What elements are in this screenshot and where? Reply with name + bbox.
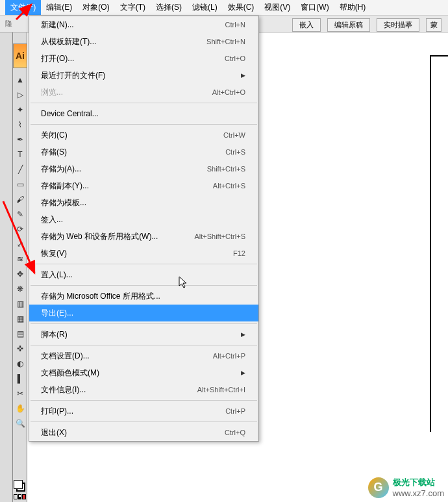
watermark-url: www.xz7.com bbox=[393, 488, 444, 498]
menu-3[interactable]: 文字(T) bbox=[115, 0, 151, 15]
menu-6[interactable]: 效果(C) bbox=[223, 0, 260, 15]
menu-item-13[interactable]: 签入... bbox=[29, 211, 258, 228]
menu-item-28[interactable]: 打印(P)...Ctrl+P bbox=[29, 403, 258, 420]
mini-swatch-3[interactable] bbox=[22, 494, 26, 499]
scale-tool-icon[interactable]: ⤢ bbox=[14, 237, 27, 251]
mask-button[interactable]: 蒙 bbox=[426, 18, 442, 32]
app-logo: Ai bbox=[13, 44, 27, 68]
fill-swatch[interactable] bbox=[14, 480, 23, 489]
menu-item-15[interactable]: 恢复(V)F12 bbox=[29, 245, 258, 262]
scissors-tool-icon[interactable]: ✂ bbox=[14, 386, 27, 401]
pen-tool-icon[interactable]: ✒ bbox=[14, 132, 27, 147]
file-menu-dropdown: 新建(N)...Ctrl+N从模板新建(T)...Shift+Ctrl+N打开(… bbox=[29, 16, 259, 442]
menu-separator bbox=[31, 285, 257, 286]
direct-select-tool-icon[interactable]: ▷ bbox=[14, 88, 27, 102]
mouse-cursor-icon bbox=[179, 276, 189, 289]
type-tool-icon[interactable]: T bbox=[14, 147, 27, 162]
embed-button[interactable]: 嵌入 bbox=[292, 18, 321, 32]
menu-item-shortcut: Ctrl+O bbox=[225, 53, 245, 64]
pencil-tool-icon[interactable]: ✎ bbox=[14, 207, 27, 221]
menu-item-label: Device Central... bbox=[41, 108, 99, 119]
menu-separator bbox=[31, 264, 257, 264]
slice-tool-icon[interactable]: ▌ bbox=[14, 371, 27, 386]
menubar: 文件(F)编辑(E)对象(O)文字(T)选择(S)滤镜(L)效果(C)视图(V)… bbox=[0, 0, 448, 16]
menu-item-shortcut: F12 bbox=[233, 247, 245, 259]
mini-swatch-2[interactable] bbox=[18, 494, 22, 499]
menu-item-9[interactable]: 存储(S)Ctrl+S bbox=[29, 144, 258, 160]
line-tool-icon[interactable]: ╱ bbox=[14, 162, 27, 177]
left-label: 隆 bbox=[0, 19, 12, 29]
menu-2[interactable]: 对象(O) bbox=[77, 0, 114, 15]
menu-item-label: 存储为(A)... bbox=[41, 163, 81, 175]
free-tool-icon[interactable]: ✥ bbox=[14, 267, 27, 281]
menu-item-20[interactable]: 导出(E)... bbox=[29, 305, 258, 321]
menu-item-11[interactable]: 存储副本(Y)...Alt+Ctrl+S bbox=[29, 177, 258, 194]
menu-item-30[interactable]: 退出(X)Ctrl+Q bbox=[29, 424, 258, 441]
menu-item-12[interactable]: 存储为模板... bbox=[29, 194, 258, 211]
color-swatches[interactable] bbox=[13, 477, 27, 502]
menu-item-label: 存储副本(Y)... bbox=[41, 180, 89, 192]
wand-tool-icon[interactable]: ✦ bbox=[14, 103, 27, 117]
chevron-right-icon: ▶ bbox=[241, 69, 245, 81]
menu-item-label: 退出(X) bbox=[41, 427, 67, 438]
menu-4[interactable]: 选择(S) bbox=[151, 0, 187, 15]
artboard-edge bbox=[430, 55, 448, 432]
zoom-tool-icon[interactable]: 🔍 bbox=[14, 416, 27, 431]
menu-item-6[interactable]: Device Central... bbox=[29, 105, 258, 122]
eyedrop-tool-icon[interactable]: ✜ bbox=[14, 342, 27, 356]
menu-item-shortcut: Ctrl+Q bbox=[225, 427, 245, 438]
gradient-tool-icon[interactable]: ▤ bbox=[14, 327, 27, 341]
menu-0[interactable]: 文件(F) bbox=[5, 0, 41, 15]
live-trace-button[interactable]: 实时描摹 bbox=[377, 18, 419, 32]
mesh-tool-icon[interactable]: ▦ bbox=[14, 312, 27, 326]
graph-tool-icon[interactable]: ▥ bbox=[14, 297, 27, 311]
tools-panel: Ai ▲▷✦⌇✒T╱▭🖌✎⟳⤢≋✥❋▥▦▤✜◐▌✂✋🔍 bbox=[13, 32, 27, 502]
menu-item-25[interactable]: 文档颜色模式(M)▶ bbox=[29, 364, 258, 381]
menu-item-24[interactable]: 文档设置(D)...Alt+Ctrl+P bbox=[29, 347, 258, 364]
left-strip bbox=[0, 32, 13, 502]
menu-item-26[interactable]: 文件信息(I)...Alt+Shift+Ctrl+I bbox=[29, 381, 258, 398]
menu-item-shortcut: Ctrl+S bbox=[225, 146, 245, 158]
menu-item-label: 恢复(V) bbox=[41, 247, 67, 259]
menu-separator bbox=[31, 400, 257, 401]
menu-5[interactable]: 滤镜(L) bbox=[187, 0, 223, 15]
menu-item-label: 存储(S) bbox=[41, 146, 67, 158]
menu-item-shortcut: Ctrl+N bbox=[225, 19, 245, 31]
menu-separator bbox=[31, 103, 257, 103]
brush-tool-icon[interactable]: 🖌 bbox=[14, 192, 27, 207]
menu-item-19[interactable]: 存储为 Microsoft Office 所用格式... bbox=[29, 288, 258, 305]
menu-item-14[interactable]: 存储为 Web 和设备所用格式(W)...Alt+Shift+Ctrl+S bbox=[29, 228, 258, 245]
menu-item-shortcut: Shift+Ctrl+N bbox=[206, 36, 245, 47]
rect-tool-icon[interactable]: ▭ bbox=[14, 177, 27, 192]
blend-tool-icon[interactable]: ◐ bbox=[14, 357, 27, 371]
selection-tool-icon[interactable]: ▲ bbox=[14, 73, 27, 87]
mini-swatch-1[interactable] bbox=[14, 494, 18, 499]
menu-item-3[interactable]: 最近打开的文件(F)▶ bbox=[29, 67, 258, 84]
menu-8[interactable]: 窗口(W) bbox=[295, 0, 334, 15]
warp-tool-icon[interactable]: ≋ bbox=[14, 252, 27, 266]
menu-item-0[interactable]: 新建(N)...Ctrl+N bbox=[29, 16, 258, 33]
menu-item-shortcut: Alt+Ctrl+S bbox=[213, 180, 245, 192]
rotate-tool-icon[interactable]: ⟳ bbox=[14, 222, 27, 236]
menu-7[interactable]: 视图(V) bbox=[259, 0, 295, 15]
menu-9[interactable]: 帮助(H) bbox=[334, 0, 371, 15]
symbol-tool-icon[interactable]: ❋ bbox=[14, 282, 27, 296]
menu-item-label: 存储为 Web 和设备所用格式(W)... bbox=[41, 231, 158, 242]
menu-item-label: 置入(L)... bbox=[41, 269, 73, 281]
edit-original-button[interactable]: 编辑原稿 bbox=[327, 18, 370, 32]
menu-item-label: 新建(N)... bbox=[41, 19, 74, 31]
lasso-tool-icon[interactable]: ⌇ bbox=[14, 118, 27, 132]
menu-item-8[interactable]: 关闭(C)Ctrl+W bbox=[29, 127, 258, 144]
menu-item-2[interactable]: 打开(O)...Ctrl+O bbox=[29, 50, 258, 67]
menu-item-label: 存储为模板... bbox=[41, 197, 86, 208]
menu-item-label: 打开(O)... bbox=[41, 53, 74, 64]
menu-item-17[interactable]: 置入(L)... bbox=[29, 266, 258, 283]
hand-tool-icon[interactable]: ✋ bbox=[14, 401, 27, 416]
menu-item-22[interactable]: 脚本(R)▶ bbox=[29, 326, 258, 343]
menu-item-10[interactable]: 存储为(A)...Shift+Ctrl+S bbox=[29, 160, 258, 177]
menu-item-1[interactable]: 从模板新建(T)...Shift+Ctrl+N bbox=[29, 33, 258, 50]
chevron-right-icon: ▶ bbox=[241, 367, 245, 379]
menu-1[interactable]: 编辑(E) bbox=[41, 0, 77, 15]
menu-item-label: 签入... bbox=[41, 214, 63, 225]
menu-item-label: 从模板新建(T)... bbox=[41, 36, 96, 47]
